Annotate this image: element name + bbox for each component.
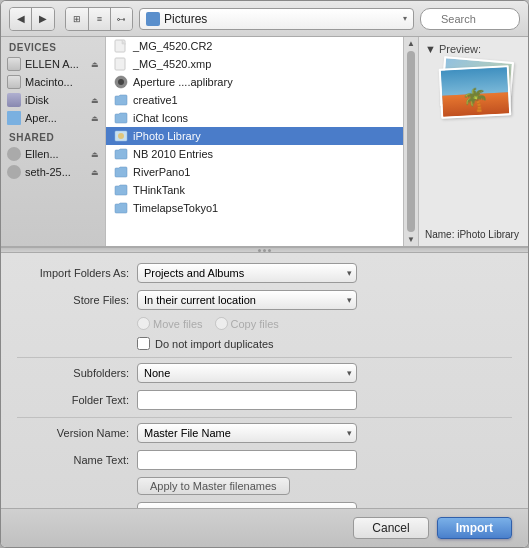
import-button[interactable]: Import	[437, 517, 512, 539]
apply-row: Apply to Master filenames	[17, 477, 512, 495]
document-icon	[114, 57, 128, 71]
list-item[interactable]: Aperture ....aplibrary	[106, 73, 403, 91]
palm-tree-decoration: 🌴	[461, 86, 489, 113]
import-folders-label: Import Folders As:	[17, 267, 137, 279]
resize-dot	[268, 249, 271, 252]
version-name-select-wrapper: Master File Name	[137, 423, 357, 443]
svg-rect-1	[115, 58, 125, 70]
move-copy-row: Move files Copy files	[17, 317, 512, 330]
sidebar-item-label: iDisk	[25, 94, 49, 106]
no-duplicates-checkbox-row: Do not import duplicates	[137, 337, 512, 350]
folder-icon	[114, 111, 128, 125]
sidebar-item-label: Macinto...	[25, 76, 73, 88]
view-grid-button[interactable]: ⊞	[66, 8, 88, 30]
copy-files-radio[interactable]	[215, 317, 228, 330]
move-files-radio[interactable]	[137, 317, 150, 330]
file-list: _MG_4520.CR2 _MG_4520.xmp Aperture ....a…	[106, 37, 403, 246]
back-button[interactable]: ◀	[10, 8, 32, 30]
file-list-scrollbar[interactable]: ▲ ▼	[403, 37, 418, 246]
sidebar-item-label: Ellen...	[25, 148, 59, 160]
sidebar-item-seth[interactable]: seth-25... ⏏	[1, 163, 105, 181]
scroll-thumb[interactable]	[407, 51, 415, 232]
sidebar-item-ellen-shared[interactable]: Ellen... ⏏	[1, 145, 105, 163]
view-list-button[interactable]: ≡	[88, 8, 110, 30]
folder-icon	[114, 147, 128, 161]
preview-name: Name: iPhoto Library	[425, 229, 522, 240]
forward-button[interactable]: ▶	[32, 8, 54, 30]
document-icon	[114, 39, 128, 53]
move-copy-control: Move files Copy files	[137, 317, 512, 330]
import-folders-control: Projects and Albums	[137, 263, 512, 283]
store-files-control: In their current location Move files Cop…	[137, 290, 512, 310]
version-name-select[interactable]: Master File Name	[137, 423, 357, 443]
copy-files-text: Copy files	[231, 318, 279, 330]
apply-button[interactable]: Apply to Master filenames	[137, 477, 290, 495]
eject-icon[interactable]: ⏏	[91, 60, 99, 69]
eject-icon[interactable]: ⏏	[91, 150, 99, 159]
bottom-bar: Cancel Import	[1, 508, 528, 547]
preview-label: ▼ Preview:	[425, 43, 522, 55]
list-item[interactable]: THinkTank	[106, 181, 403, 199]
subfolders-row: Subfolders: None	[17, 363, 512, 383]
file-item-name: TimelapseTokyo1	[133, 202, 218, 214]
view-columns-button[interactable]: ⧟	[110, 8, 132, 30]
sidebar-item-label: ELLEN A...	[25, 58, 79, 70]
sidebar-item-aperture[interactable]: Aper... ⏏	[1, 109, 105, 127]
svg-point-5	[118, 133, 124, 139]
folder-text-control	[137, 390, 512, 410]
raw-jpeg-select[interactable]: Both (Separate Masters)	[137, 502, 357, 508]
subfolders-control: None	[137, 363, 512, 383]
eject-icon[interactable]: ⏏	[91, 96, 99, 105]
list-item[interactable]: creative1	[106, 91, 403, 109]
list-item[interactable]: RiverPano1	[106, 163, 403, 181]
resize-dot	[263, 249, 266, 252]
preview-area: ▼ Preview: 🌴 Name: iPhoto Library	[418, 37, 528, 246]
no-duplicates-label: Do not import duplicates	[155, 338, 274, 350]
import-folders-select[interactable]: Projects and Albums	[137, 263, 357, 283]
sidebar-item-label: seth-25...	[25, 166, 71, 178]
version-name-control: Master File Name	[137, 423, 512, 443]
import-dialog: ◀ ▶ ⊞ ≡ ⧟ Pictures ▾ ⌕ DEVICES ELLEN A..…	[0, 0, 529, 548]
svg-point-3	[118, 79, 124, 85]
list-item[interactable]: NB 2010 Entries	[106, 145, 403, 163]
move-copy-radio-group: Move files Copy files	[137, 317, 512, 330]
file-item-name: NB 2010 Entries	[133, 148, 213, 160]
store-files-select[interactable]: In their current location Move files Cop…	[137, 290, 357, 310]
no-duplicates-control: Do not import duplicates	[137, 337, 512, 350]
version-name-row: Version Name: Master File Name	[17, 423, 512, 443]
cancel-button[interactable]: Cancel	[353, 517, 428, 539]
no-duplicates-checkbox[interactable]	[137, 337, 150, 350]
resize-dot	[258, 249, 261, 252]
name-text-input[interactable]	[137, 450, 357, 470]
sidebar-item-ellen[interactable]: ELLEN A... ⏏	[1, 55, 105, 73]
scroll-down-arrow[interactable]: ▼	[407, 235, 415, 244]
file-item-name: creative1	[133, 94, 178, 106]
subfolders-select-wrapper: None	[137, 363, 357, 383]
sidebar-item-label: Aper...	[25, 112, 57, 124]
list-item-selected[interactable]: iPhoto Library	[106, 127, 403, 145]
section-divider2	[17, 417, 512, 418]
list-item[interactable]: iChat Icons	[106, 109, 403, 127]
search-input[interactable]	[420, 8, 520, 30]
list-item[interactable]: _MG_4520.xmp	[106, 55, 403, 73]
folder-icon	[114, 165, 128, 179]
raw-jpeg-select-wrapper: Both (Separate Masters)	[137, 502, 357, 508]
location-dropdown[interactable]: Pictures ▾	[139, 8, 414, 30]
eject-icon[interactable]: ⏏	[91, 114, 99, 123]
section-divider	[17, 357, 512, 358]
network-icon	[7, 165, 21, 179]
folder-text-label: Folder Text:	[17, 394, 137, 406]
devices-header: DEVICES	[1, 37, 105, 55]
folder-icon	[114, 201, 128, 215]
list-item[interactable]: TimelapseTokyo1	[106, 199, 403, 217]
folder-text-input[interactable]	[137, 390, 357, 410]
network-icon	[7, 147, 21, 161]
subfolders-select[interactable]: None	[137, 363, 357, 383]
chevron-down-icon: ▾	[403, 14, 407, 23]
sidebar-item-macinto[interactable]: Macinto...	[1, 73, 105, 91]
sidebar-item-idisk[interactable]: iDisk ⏏	[1, 91, 105, 109]
scroll-up-arrow[interactable]: ▲	[407, 39, 415, 48]
eject-icon[interactable]: ⏏	[91, 168, 99, 177]
list-item[interactable]: _MG_4520.CR2	[106, 37, 403, 55]
hdd-icon	[7, 57, 21, 71]
